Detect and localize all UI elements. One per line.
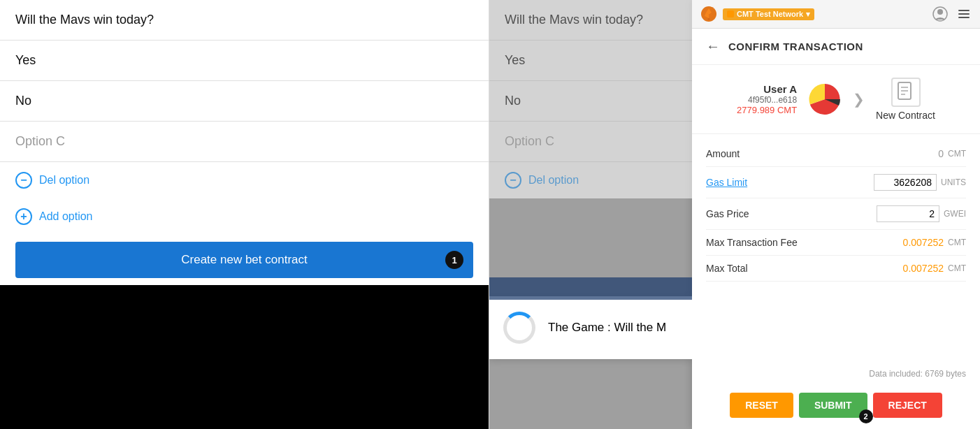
action-buttons: RESET SUBMIT 2 REJECT (692, 386, 980, 429)
confirm-title: CONFIRM TRANSACTION (728, 41, 863, 52)
question-text: Will the Mavs win today? (15, 13, 154, 27)
amount-row: Amount 0 CMT (706, 141, 966, 167)
max-fee-label: Max Transaction Fee (706, 237, 798, 248)
max-fee-value: 0.007252 (903, 237, 944, 248)
topbar-left: CMT Test Network ▾ (700, 6, 814, 22)
confirm-header: ← CONFIRM TRANSACTION (692, 29, 980, 65)
reset-button[interactable]: RESET (730, 393, 793, 418)
question-field: Will the Mavs win today? (0, 0, 489, 41)
mid-option-c-field: Option C (489, 122, 692, 162)
option-yes-field: Yes (0, 41, 489, 81)
metamask-panel: CMT Test Network ▾ ← CONFIRM TRANSACTION (692, 0, 980, 429)
mid-del-option-icon: − (505, 172, 521, 189)
mid-option-no-text: No (505, 94, 521, 108)
svg-rect-8 (958, 13, 970, 15)
network-badge[interactable]: CMT Test Network ▾ (723, 8, 814, 20)
account-balance: 2779.989 CMT (737, 105, 797, 115)
submit-button[interactable]: SUBMIT 2 (799, 393, 867, 418)
account-icon[interactable] (932, 6, 948, 22)
gas-price-row: Gas Price GWEI (706, 198, 966, 230)
data-info-text: Data included: 6769 bytes (869, 369, 966, 379)
amount-label: Amount (706, 148, 740, 159)
option-c-placeholder: Option C (15, 134, 65, 148)
metamask-logo-icon (700, 6, 717, 22)
data-info: Data included: 6769 bytes (692, 365, 980, 386)
menu-icon[interactable] (956, 6, 972, 22)
transaction-details: Amount 0 CMT Gas Limit UNITS Gas Price G… (692, 134, 980, 365)
max-fee-row: Max Transaction Fee 0.007252 CMT (706, 230, 966, 256)
gas-price-value-group: GWEI (877, 205, 966, 222)
amount-value: 0 (938, 148, 944, 159)
option-no-text: No (15, 94, 31, 108)
metamask-topbar: CMT Test Network ▾ (692, 0, 980, 29)
gas-limit-unit: UNITS (941, 177, 966, 187)
mid-del-option-label: Del option (528, 174, 579, 187)
create-bet-button[interactable]: Create new bet contract 1 (15, 242, 473, 278)
svg-rect-7 (958, 10, 970, 11)
gas-price-unit: GWEI (944, 209, 966, 219)
avatar (808, 82, 842, 116)
new-contract-label: New Contract (876, 110, 935, 121)
loading-text: The Game : Will the M (548, 321, 666, 335)
svg-point-6 (937, 9, 943, 15)
loading-spinner (503, 312, 535, 344)
gas-price-input[interactable] (877, 205, 939, 222)
submit-badge: 2 (859, 409, 873, 423)
gas-price-label: Gas Price (706, 208, 749, 219)
option-no-field: No (0, 81, 489, 122)
back-arrow-icon[interactable]: ← (706, 38, 720, 54)
account-name: User A (737, 83, 797, 95)
bottom-black-area (0, 285, 489, 429)
create-btn-badge: 1 (445, 251, 463, 269)
max-total-value: 0.007252 (903, 263, 944, 274)
del-option-label: Del option (39, 174, 89, 187)
document-icon (897, 82, 915, 103)
mid-panel: Will the Mavs win today? Yes No Option C… (489, 0, 692, 429)
mid-create-btn (489, 277, 692, 300)
reject-button[interactable]: REJECT (873, 393, 942, 418)
account-row: User A 4f95f0...e618 2779.989 CMT ❯ (692, 65, 980, 134)
loading-overlay: The Game : Will the M (489, 296, 692, 359)
mid-option-yes-text: Yes (505, 53, 525, 67)
network-dropdown-icon: ▾ (806, 10, 810, 19)
account-info: User A 4f95f0...e618 2779.989 CMT (737, 83, 797, 115)
amount-unit: CMT (948, 149, 966, 159)
add-option-row[interactable]: + Add option (0, 198, 489, 235)
badge-number: 1 (452, 255, 456, 266)
svg-rect-9 (958, 17, 970, 18)
amount-value-group: 0 CMT (938, 148, 966, 159)
option-c-field[interactable]: Option C (0, 122, 489, 162)
add-option-icon: + (15, 208, 32, 225)
contract-icon (891, 78, 921, 107)
option-yes-text: Yes (15, 53, 36, 67)
mid-option-yes-field: Yes (489, 41, 692, 81)
submit-label: SUBMIT (814, 400, 852, 411)
create-btn-label: Create new bet contract (181, 253, 307, 267)
network-color-dot (727, 10, 734, 17)
max-total-unit: CMT (948, 263, 966, 273)
del-option-row[interactable]: − Del option (0, 162, 489, 198)
reject-label: REJECT (888, 400, 927, 411)
max-total-value-group: 0.007252 CMT (903, 263, 966, 274)
mid-option-c-placeholder: Option C (505, 134, 554, 148)
reset-label: RESET (745, 400, 778, 411)
max-total-row: Max Total 0.007252 CMT (706, 256, 966, 282)
account-address: 4f95f0...e618 (737, 95, 797, 105)
mid-question-field: Will the Mavs win today? (489, 0, 692, 41)
create-btn-row: Create new bet contract 1 (0, 235, 489, 285)
add-option-label: Add option (39, 210, 93, 223)
max-total-label: Max Total (706, 263, 748, 274)
gas-limit-input[interactable] (874, 174, 937, 191)
gas-limit-label[interactable]: Gas Limit (706, 177, 747, 188)
max-fee-value-group: 0.007252 CMT (903, 237, 966, 248)
gas-limit-value-group: UNITS (874, 174, 966, 191)
gas-limit-row: Gas Limit UNITS (706, 167, 966, 198)
max-fee-unit: CMT (948, 238, 966, 247)
mid-option-no-field: No (489, 81, 692, 122)
new-contract-group: New Contract (876, 78, 935, 121)
network-label-text: CMT Test Network (737, 10, 803, 18)
left-panel: Will the Mavs win today? Yes No Option C… (0, 0, 489, 429)
mid-question-text: Will the Mavs win today? (505, 13, 643, 27)
topbar-right (932, 6, 972, 22)
submit-badge-number: 2 (864, 412, 868, 421)
